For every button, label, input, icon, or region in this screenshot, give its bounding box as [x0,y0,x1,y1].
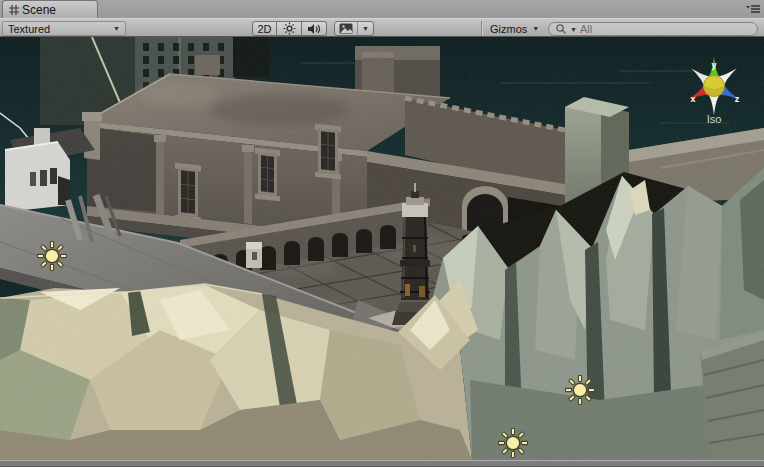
effects-dropdown-button[interactable]: ▼ [334,21,374,36]
scene-panel: Scene Textured ▼ 2D [0,0,764,467]
panel-bottom-edge [0,460,764,467]
axis-label-z: z [735,94,740,104]
image-icon [335,22,357,35]
chevron-down-icon: ▼ [357,22,373,35]
light-gizmo[interactable] [566,376,595,405]
panel-menu-icon[interactable] [746,5,760,15]
view-toggle-group: 2D [252,21,327,36]
gizmos-label: Gizmos [490,23,527,35]
tab-bar: Scene [0,0,764,18]
render-mode-label: Textured [8,23,50,35]
magnifier-icon [555,23,567,35]
audio-toggle-button[interactable] [302,21,327,36]
speaker-icon [307,23,321,35]
chevron-down-icon: ▼ [113,25,120,32]
search-input[interactable]: ▼ All [548,22,758,36]
light-gizmo[interactable] [499,429,528,458]
axis-label-x: x [690,94,695,104]
grid-icon [9,5,19,15]
toolbar-separator [481,21,482,36]
light-gizmo[interactable] [38,242,67,271]
sun-icon [283,22,296,35]
render-mode-dropdown[interactable]: Textured ▼ [2,21,126,36]
chevron-down-icon: ▼ [532,25,539,32]
2d-label: 2D [257,23,271,35]
search-filter-text: All [580,23,592,35]
tab-scene[interactable]: Scene [2,0,98,18]
gizmos-dropdown[interactable]: Gizmos ▼ [488,21,541,36]
scene-viewport[interactable]: y x z Iso [0,37,764,460]
scene-toolbar: Textured ▼ 2D [0,18,764,37]
lighting-toggle-button[interactable] [277,21,302,36]
chevron-down-icon: ▼ [570,26,577,33]
texture-grain [0,37,764,460]
tab-label: Scene [22,3,56,17]
scene-render: y x z Iso [0,37,764,460]
projection-mode-label[interactable]: Iso [707,113,722,125]
2d-toggle-button[interactable]: 2D [252,21,277,36]
axis-label-y: y [711,60,716,70]
